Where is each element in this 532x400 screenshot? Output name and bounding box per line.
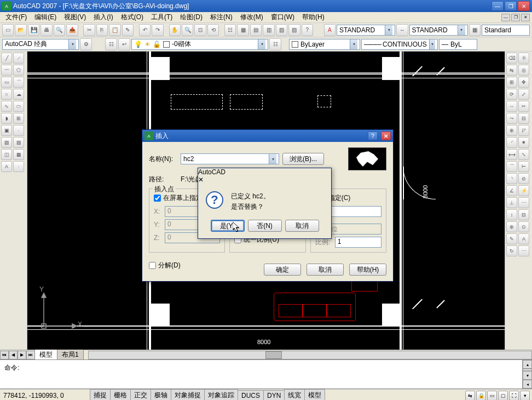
osnap-toggle[interactable]: 对象捕捉 bbox=[171, 389, 205, 400]
new-icon[interactable]: ▭ bbox=[2, 24, 14, 36]
ratio-field[interactable]: 1 bbox=[335, 237, 381, 248]
tab-last-icon[interactable]: ⏭ bbox=[26, 351, 35, 359]
dyn-toggle[interactable]: DYN bbox=[263, 390, 285, 401]
revcloud-icon[interactable]: ☁ bbox=[13, 89, 24, 100]
layerprev-icon[interactable]: ↩ bbox=[118, 38, 130, 50]
dim-ang-icon[interactable]: ∠ bbox=[506, 185, 517, 196]
pline-icon[interactable]: 〰 bbox=[1, 65, 12, 76]
copy2-icon[interactable]: ⎘ bbox=[518, 53, 529, 64]
tab-layout1[interactable]: 布局1 bbox=[57, 349, 84, 361]
chevron-down-icon[interactable]: ▾ bbox=[269, 154, 276, 164]
polar-toggle[interactable]: 极轴 bbox=[151, 389, 171, 400]
snap-toggle[interactable]: 捕捉 bbox=[90, 389, 111, 400]
offset-icon[interactable]: ◎ bbox=[518, 65, 529, 76]
specify-onscreen-checkbox[interactable] bbox=[154, 195, 161, 202]
dimupdate-icon[interactable]: ↻ bbox=[506, 245, 517, 256]
lineweight-combo[interactable]: — ByL bbox=[439, 39, 477, 50]
lwt-toggle[interactable]: 线宽 bbox=[284, 389, 305, 400]
dim-base-icon[interactable]: ⊥ bbox=[506, 197, 517, 208]
dim-align-icon[interactable]: ⤡ bbox=[518, 149, 529, 160]
dimedit-icon[interactable]: ✎ bbox=[506, 233, 517, 244]
msgbox-cancel-button[interactable]: 取消 bbox=[285, 220, 319, 232]
calc-icon[interactable]: ▨ bbox=[288, 24, 300, 36]
explode-checkbox[interactable] bbox=[149, 262, 156, 269]
chevron-down-icon[interactable]: ▾ bbox=[458, 25, 465, 35]
tablestyle-combo[interactable]: Standard bbox=[482, 25, 530, 36]
command-line[interactable]: 命令: ▴ ▾ ◂ bbox=[0, 359, 532, 389]
browse-button[interactable]: 浏览(B)... bbox=[282, 153, 324, 165]
menu-dimension[interactable]: 标注(N) bbox=[207, 12, 236, 23]
menu-draw[interactable]: 绘图(D) bbox=[177, 12, 206, 23]
tab-model[interactable]: 模型 bbox=[34, 349, 57, 361]
horizontal-scrollbar[interactable] bbox=[88, 351, 532, 359]
insert-dialog-titlebar[interactable]: A 插入 ? ✕ bbox=[142, 130, 393, 142]
tolerance-icon[interactable]: ⊕ bbox=[506, 221, 517, 232]
dim-dia-icon[interactable]: ⊘ bbox=[518, 173, 529, 184]
tab-first-icon[interactable]: ⏮ bbox=[0, 351, 9, 359]
ducs-toggle[interactable]: DUCS bbox=[238, 390, 264, 401]
trim-icon[interactable]: ✂ bbox=[518, 101, 529, 112]
grid-toggle[interactable]: 栅格 bbox=[110, 389, 131, 400]
textstyle-icon[interactable]: A bbox=[324, 24, 336, 36]
dim-space-icon[interactable]: ↕ bbox=[506, 209, 517, 220]
cmd-scrollbar[interactable]: ▴ ▾ ◂ bbox=[522, 360, 532, 388]
tablestyle-icon[interactable]: ▦ bbox=[469, 24, 481, 36]
yes-button[interactable]: 是(Y) bbox=[211, 220, 245, 232]
open-icon[interactable]: 📂 bbox=[15, 24, 26, 36]
preview-icon[interactable]: 🔍 bbox=[54, 24, 65, 36]
dim-break-icon[interactable]: ⊟ bbox=[518, 209, 529, 220]
scroll-up-icon[interactable]: ▴ bbox=[523, 360, 532, 369]
menu-window[interactable]: 窗口(W) bbox=[268, 12, 298, 23]
scroll-left-icon[interactable]: ◂ bbox=[523, 380, 532, 388]
menu-tools[interactable]: 工具(T) bbox=[148, 12, 176, 23]
tab-next-icon[interactable]: ▶ bbox=[18, 351, 26, 359]
dimstyle-combo[interactable]: STANDARD▾ bbox=[409, 25, 468, 36]
point-icon[interactable]: · bbox=[13, 125, 24, 136]
region-icon[interactable]: ◫ bbox=[1, 149, 12, 160]
mdi-minimize-button[interactable]: — bbox=[501, 14, 510, 21]
paste-icon[interactable]: 📋 bbox=[109, 24, 120, 36]
print-icon[interactable]: 🖶 bbox=[41, 24, 52, 36]
tray-more-icon[interactable]: ▾ bbox=[520, 391, 530, 401]
chevron-down-icon[interactable]: ▾ bbox=[350, 39, 357, 49]
table-icon[interactable]: ▦ bbox=[13, 149, 24, 160]
dcenter-icon[interactable]: ▦ bbox=[237, 24, 248, 36]
scale-icon[interactable]: ⤢ bbox=[518, 89, 529, 100]
cancel-button[interactable]: 取消 bbox=[307, 264, 344, 276]
zoom-rt-icon[interactable]: 🔍 bbox=[182, 24, 193, 36]
circle-icon[interactable]: ○ bbox=[1, 89, 12, 100]
ortho-toggle[interactable]: 正交 bbox=[130, 389, 151, 400]
menu-help[interactable]: 帮助(H) bbox=[299, 12, 328, 23]
tray-comm-icon[interactable]: ⇆ bbox=[465, 391, 475, 401]
xline-icon[interactable]: ⟋ bbox=[13, 53, 24, 64]
menu-modify[interactable]: 修改(M) bbox=[237, 12, 267, 23]
match-icon[interactable]: ✎ bbox=[122, 24, 134, 36]
dim-more-icon[interactable]: ⋯ bbox=[518, 245, 529, 256]
dialog-close-button[interactable]: ✕ bbox=[381, 132, 391, 140]
erase-icon[interactable]: ⌫ bbox=[506, 53, 517, 64]
dimstyle-icon[interactable]: ↔ bbox=[396, 24, 408, 36]
close-button[interactable]: ✕ bbox=[518, 1, 530, 11]
publish-icon[interactable]: 📤 bbox=[66, 24, 78, 36]
tray-max-icon[interactable]: ⛶ bbox=[509, 391, 519, 401]
break-icon[interactable]: ⊟ bbox=[518, 113, 529, 124]
messagebox-titlebar[interactable]: AutoCAD ✕ bbox=[198, 168, 331, 184]
extend-icon[interactable]: ⤳ bbox=[506, 113, 517, 124]
workspace-combo[interactable]: AutoCAD 经典▾ bbox=[2, 39, 79, 50]
save-icon[interactable]: 💾 bbox=[28, 24, 39, 36]
tray-lock-icon[interactable]: 🔒 bbox=[476, 391, 486, 401]
textstyle-combo[interactable]: STANDARD▾ bbox=[337, 25, 395, 36]
messagebox-close-button[interactable]: ✕ bbox=[198, 176, 331, 184]
menu-insert[interactable]: 插入(I) bbox=[90, 12, 116, 23]
dimtedit-icon[interactable]: A bbox=[518, 233, 529, 244]
tray-tool-icon[interactable]: ▭ bbox=[487, 391, 497, 401]
layer-tools-icon[interactable]: ☷ bbox=[269, 38, 281, 50]
markup-icon[interactable]: ▧ bbox=[276, 24, 287, 36]
move-icon[interactable]: ✥ bbox=[518, 77, 529, 88]
no-button[interactable]: 否(N) bbox=[248, 220, 282, 232]
sheetset-icon[interactable]: ▥ bbox=[263, 24, 274, 36]
rectangle-icon[interactable]: ▭ bbox=[1, 77, 12, 88]
hatch-icon[interactable]: ▨ bbox=[1, 137, 12, 148]
pan-icon[interactable]: ✋ bbox=[169, 24, 181, 36]
spline-icon[interactable]: ∿ bbox=[1, 101, 12, 112]
